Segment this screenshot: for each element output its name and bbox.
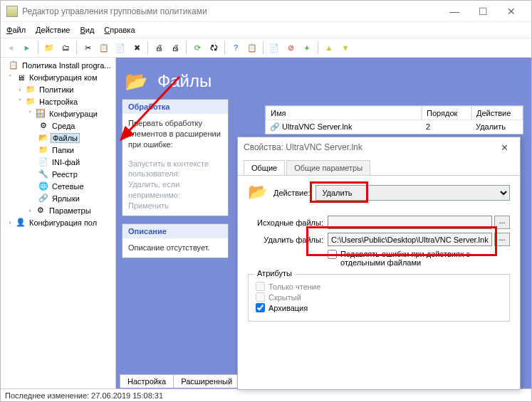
doc-icon[interactable]: 📄 (267, 41, 281, 55)
copy-icon[interactable]: 📋 (97, 41, 111, 55)
col-name[interactable]: Имя (266, 106, 422, 120)
tree-registry[interactable]: 🔧Реестр (1, 168, 115, 180)
properties-icon[interactable]: 🗂 (58, 41, 73, 55)
tree-settings[interactable]: ˅📁Настройка (1, 95, 115, 107)
menu-help[interactable]: Справка (104, 26, 135, 34)
dialog-titlebar[interactable]: Свойства: UltraVNC Server.lnk ✕ (238, 137, 520, 157)
tree-pane[interactable]: 📋Политика Install progra... ˅🖥Конфигурац… (1, 58, 116, 388)
tree-network[interactable]: 🌐Сетевые (1, 180, 115, 192)
grid-row[interactable]: 🔗 UltraVNC Server.lnk 2 Удалить (266, 120, 523, 134)
processing-title: Обработка (122, 100, 228, 114)
menu-view[interactable]: Вид (80, 26, 94, 34)
dialog-title: Свойства: UltraVNC Server.lnk (244, 142, 494, 152)
tree-folders[interactable]: 📁Папки (1, 144, 115, 156)
menubar: Файл Действие Вид Справка (1, 22, 531, 38)
delete-input[interactable] (328, 233, 492, 246)
tree-root[interactable]: 📋Политика Install progra... (1, 59, 115, 71)
col-action[interactable]: Действие (471, 106, 523, 120)
files-icon: 📂 (122, 69, 150, 93)
menu-file[interactable]: Файл (6, 26, 26, 34)
file-action-icon: 📂 (248, 183, 268, 203)
suppress-label: Подавлять ошибки при действиях с отдельн… (340, 250, 510, 267)
tree-comp-config[interactable]: ˅🖥Конфигурация ком (1, 71, 115, 83)
tree-env[interactable]: ⚙Среда (1, 120, 115, 132)
tree-ini[interactable]: 📄INI-фай (1, 156, 115, 168)
tab-general[interactable]: Общие (244, 160, 285, 175)
hidden-checkbox (256, 292, 265, 302)
print2-icon[interactable]: 🖨 (168, 41, 182, 55)
down-icon[interactable]: ▼ (338, 41, 353, 55)
processing-card: Обработка Прервать обработку элементов в… (122, 99, 229, 216)
files-grid[interactable]: Имя Порядок Действие 🔗 UltraVNC Server.l… (265, 105, 523, 134)
stop-icon[interactable]: ⊘ (283, 41, 298, 55)
properties-dialog: Свойства: UltraVNC Server.lnk ✕ Общие Об… (237, 137, 521, 390)
source-label: Исходные файлы: (248, 218, 328, 227)
bottom-tabs: Настройка Расширенный (120, 374, 239, 388)
minimize-button[interactable]: — (440, 1, 469, 21)
titlebar: Редактор управления групповыми политикам… (1, 1, 531, 22)
folder-up-icon[interactable]: 📁 (42, 41, 56, 55)
dialog-tabs: Общие Общие параметры (238, 157, 520, 176)
tab-extended[interactable]: Расширенный (173, 374, 240, 388)
source-input[interactable] (328, 216, 492, 229)
col-order[interactable]: Порядок (422, 106, 471, 120)
pane-heading: Файлы (157, 71, 212, 91)
add-icon[interactable]: + (300, 41, 314, 55)
info-icon[interactable]: 📋 (245, 41, 259, 55)
attributes-fieldset: Атрибуты Только чтение Скрытый Архивация (248, 274, 510, 322)
window-title: Редактор управления групповыми политикам… (22, 6, 440, 16)
delete-icon[interactable]: ✖ (130, 41, 144, 55)
back-icon[interactable]: ◄ (4, 41, 18, 55)
suppress-checkbox[interactable] (328, 250, 337, 259)
row-icon: 🔗 (270, 122, 280, 131)
app-icon (6, 6, 18, 17)
action-select[interactable]: Удалить (315, 185, 510, 201)
processing-body: Прервать обработку элементов в расширени… (122, 114, 228, 154)
tree-policies[interactable]: ›📁Политики (1, 83, 115, 95)
refresh-icon[interactable]: ⟳ (190, 41, 204, 55)
description-title: Описание (122, 224, 228, 238)
tree-files[interactable]: 📂Файлы (1, 132, 115, 144)
description-card: Описание Описание отсутствует. (122, 223, 229, 258)
archive-checkbox[interactable] (256, 303, 265, 312)
tree-shortcuts[interactable]: 🔗Ярлыки (1, 192, 115, 204)
statusbar: Последнее изменение: 27.06.2019 15:08:31 (1, 388, 531, 401)
print-icon[interactable]: 🖨 (152, 41, 166, 55)
pane-header: 📂 Файлы (122, 63, 526, 99)
close-button[interactable]: ✕ (497, 1, 526, 21)
toolbar: ◄ ► 📁 🗂 ✂ 📋 📄 ✖ 🖨 🖨 ⟳ 🗘 ? 📋 📄 ⊘ + ▲ ▼ (1, 38, 531, 58)
tree-user-config[interactable]: ›👤Конфигурация пол (1, 216, 115, 228)
source-browse-button[interactable]: ... (494, 216, 510, 229)
help-icon[interactable]: ? (229, 41, 243, 55)
status-text: Последнее изменение: 27.06.2019 15:08:31 (5, 391, 163, 400)
attributes-legend: Атрибуты (254, 269, 295, 277)
refresh2-icon[interactable]: 🗘 (207, 41, 221, 55)
readonly-checkbox (256, 282, 265, 291)
delete-browse-button[interactable]: ... (494, 233, 510, 246)
grid-header: Имя Порядок Действие (266, 106, 523, 120)
processing-gray: Запустить в контексте пользователя: Удал… (122, 154, 228, 216)
forward-icon[interactable]: ► (20, 41, 34, 55)
menu-action[interactable]: Действие (36, 26, 70, 34)
description-body: Описание отсутствует. (122, 238, 228, 258)
action-label: Действие: (273, 189, 310, 197)
tree-params[interactable]: ›⚙Параметры (1, 204, 115, 216)
tab-settings[interactable]: Настройка (120, 374, 174, 388)
delete-label: Удалить файлы: (248, 236, 328, 244)
cut-icon[interactable]: ✂ (80, 41, 95, 55)
tab-shared[interactable]: Общие параметры (286, 160, 370, 175)
dialog-close-button[interactable]: ✕ (494, 142, 514, 153)
tree-config-win[interactable]: ˅🪟Конфигураци (1, 107, 115, 120)
paste-icon[interactable]: 📄 (113, 41, 127, 55)
maximize-button[interactable]: ☐ (469, 1, 497, 21)
up-icon[interactable]: ▲ (322, 41, 336, 55)
